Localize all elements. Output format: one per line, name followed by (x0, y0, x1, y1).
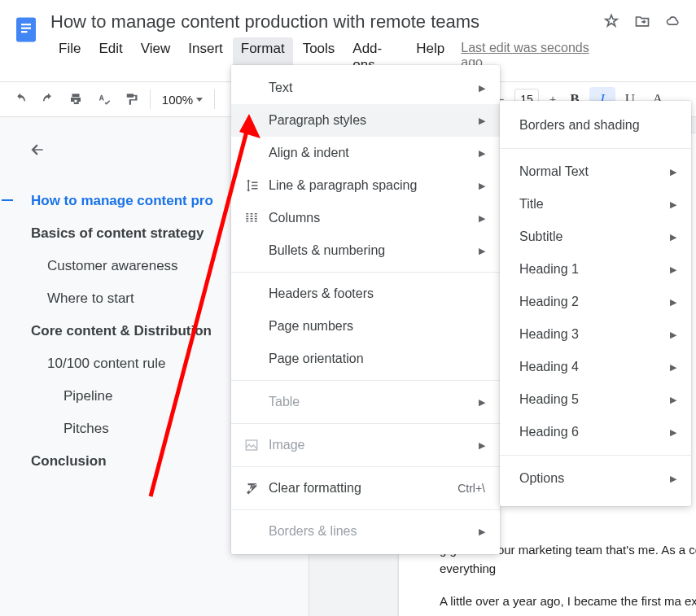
format-menu-item[interactable]: Clear formattingCtrl+\ (231, 472, 500, 505)
svg-rect-1 (21, 24, 31, 25)
paragraph-style-item[interactable]: Heading 3▶ (500, 318, 691, 351)
menu-file[interactable]: File (50, 37, 89, 76)
paragraph-style-item[interactable]: Heading 6▶ (500, 416, 691, 448)
format-menu-item[interactable]: Line & paragraph spacing▶ (231, 169, 500, 202)
format-menu-item: Borders & lines▶ (231, 515, 500, 548)
spellcheck-button[interactable] (91, 87, 116, 111)
move-icon[interactable] (634, 13, 650, 32)
paint-format-button[interactable] (119, 87, 143, 111)
paragraph-style-item[interactable]: Heading 1▶ (500, 253, 691, 286)
zoom-select[interactable]: 100% (157, 93, 208, 107)
menu-insert[interactable]: Insert (180, 37, 231, 76)
paragraph-style-item[interactable]: Title▶ (500, 188, 691, 221)
paragraph-style-item[interactable]: Heading 2▶ (500, 286, 691, 318)
svg-rect-3 (21, 31, 28, 33)
paragraph-style-item[interactable]: Borders and shading (500, 109, 691, 142)
print-button[interactable] (63, 87, 88, 111)
format-menu: Text▶Paragraph styles▶Align & indent▶Lin… (231, 65, 500, 554)
paragraph-style-item[interactable]: Options▶ (500, 462, 691, 495)
star-icon[interactable] (603, 13, 619, 32)
format-menu-item[interactable]: Bullets & numbering▶ (231, 234, 500, 267)
undo-button[interactable] (8, 87, 33, 111)
format-menu-item[interactable]: Headers & footers (231, 277, 500, 310)
menu-edit[interactable]: Edit (90, 37, 130, 76)
cloud-icon[interactable] (665, 13, 681, 32)
docs-logo[interactable] (10, 7, 42, 50)
doc-title[interactable]: How to manage content production with re… (49, 7, 603, 34)
paragraph-style-item[interactable]: Heading 5▶ (500, 383, 691, 416)
paragraph-style-item[interactable]: Heading 4▶ (500, 351, 691, 383)
paragraph-styles-submenu: Borders and shadingNormal Text▶Title▶Sub… (500, 101, 691, 506)
paragraph-style-item[interactable]: Subtitle▶ (500, 221, 691, 253)
format-menu-item[interactable]: Align & indent▶ (231, 137, 500, 169)
format-menu-item[interactable]: Page orientation (231, 343, 500, 375)
format-menu-item[interactable]: Paragraph styles▶ (231, 104, 500, 137)
format-menu-item[interactable]: Text▶ (231, 72, 500, 104)
svg-rect-2 (21, 28, 31, 29)
svg-rect-0 (16, 18, 36, 42)
menu-view[interactable]: View (133, 37, 179, 76)
format-menu-item: Table▶ (231, 386, 500, 418)
redo-button[interactable] (36, 87, 60, 111)
format-menu-item[interactable]: Page numbers (231, 310, 500, 343)
format-menu-item[interactable]: Columns▶ (231, 202, 500, 234)
paragraph-style-item[interactable]: Normal Text▶ (500, 155, 691, 188)
format-menu-item: Image▶ (231, 429, 500, 461)
